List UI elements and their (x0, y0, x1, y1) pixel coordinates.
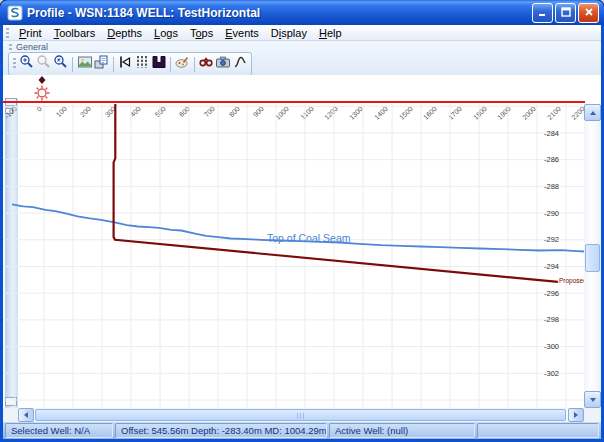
arrow-right-icon (574, 412, 578, 418)
menu-bar: PrintToolbarsDepthsLogsTopsEventsDisplay… (3, 25, 601, 41)
toolbar-band-caption: General (6, 42, 48, 52)
y-tick-label: -286 (544, 155, 559, 164)
general-toolbar (8, 52, 252, 76)
y-tick-label: -288 (544, 182, 559, 191)
menu-item-print[interactable]: Print (13, 26, 48, 40)
menu-item-events[interactable]: Events (219, 26, 265, 40)
y-tick-label: -292 (544, 235, 559, 244)
menu-item-help[interactable]: Help (313, 26, 348, 40)
toolbar-area: General (3, 41, 601, 76)
palette-icon (174, 54, 190, 74)
title-bar: Profile - WSN:1184 WELL: TestHorizontal (0, 0, 604, 25)
zoom-out-button[interactable] (52, 54, 69, 74)
status-empty-panel (477, 423, 599, 438)
series-top-of-coal-seam (12, 204, 585, 251)
magnifier-plus-icon (19, 54, 35, 74)
menu-items: PrintToolbarsDepthsLogsTopsEventsDisplay… (13, 27, 348, 39)
toolbar-caption: General (16, 42, 48, 52)
find-button[interactable] (198, 54, 215, 74)
scroll-right-button[interactable] (568, 408, 584, 422)
menu-item-logs[interactable]: Logs (148, 26, 184, 40)
coal-seam-icon (151, 54, 167, 74)
minimize-button[interactable] (532, 3, 553, 23)
band-grip-icon (9, 44, 12, 51)
window-title: Profile - WSN:1184 WELL: TestHorizontal (27, 6, 530, 20)
depth-marker-button[interactable] (117, 54, 134, 74)
status-cursor-position: Offset: 545.56m Depth: -283.40m MD: 1004… (115, 423, 327, 438)
snapshot-button[interactable] (215, 54, 232, 74)
scroll-left-button[interactable] (18, 408, 34, 422)
curve-button[interactable] (231, 54, 248, 74)
offset-ruler-line (3, 101, 585, 103)
scrollbar-left-corner (3, 408, 18, 422)
menu-item-depths[interactable]: Depths (101, 26, 148, 40)
menu-grip-icon (6, 28, 9, 38)
app-window: Profile - WSN:1184 WELL: TestHorizontal … (0, 0, 604, 442)
status-selected-well: Selected Well: N/A (5, 423, 113, 438)
arrow-up-icon (590, 111, 596, 115)
arrow-left-icon (24, 412, 28, 418)
y-tick-label: -294 (544, 262, 559, 271)
horizontal-scrollbar[interactable] (18, 408, 584, 422)
copy-image-button[interactable] (93, 54, 110, 74)
magnifier-x-icon (53, 54, 69, 74)
image-icon (77, 54, 93, 74)
toolbar-separator (170, 57, 171, 72)
toolbar-separator (194, 57, 195, 72)
scrollbar-corner (584, 408, 601, 422)
depth-marker-icon (117, 54, 133, 74)
proposed-well-label: Proposed (559, 277, 587, 284)
curve-icon (232, 54, 248, 74)
toolbar-separator (113, 57, 114, 72)
y-tick-label: -300 (544, 342, 559, 351)
menu-item-display[interactable]: Display (265, 26, 313, 40)
y-tick-label: -302 (544, 369, 559, 378)
y-tick-label: -296 (544, 289, 559, 298)
copy-image-icon (93, 54, 109, 74)
maximize-icon (560, 4, 572, 22)
magnifier-icon (36, 54, 52, 74)
menu-item-toolbars[interactable]: Toolbars (48, 26, 102, 40)
y-tick-label: -290 (544, 209, 559, 218)
zoom-previous-button[interactable] (36, 54, 53, 74)
toolbar-separator (72, 57, 73, 72)
minimize-icon (537, 4, 549, 22)
coal-seam-button[interactable] (150, 54, 167, 74)
y-tick-label: -298 (544, 315, 559, 324)
series-proposed (114, 104, 558, 282)
zoom-in-button[interactable] (19, 54, 36, 74)
menu-item-tops[interactable]: Tops (184, 26, 219, 40)
y-tick-label: -284 (544, 129, 559, 138)
profile-plot[interactable]: -284-286-288-290-292-294-296-298-300-302 (3, 104, 585, 408)
camera-icon (215, 54, 231, 74)
close-button[interactable] (578, 3, 599, 23)
vertical-scroll-thumb[interactable] (585, 244, 600, 272)
maximize-button[interactable] (555, 3, 576, 23)
palette-button[interactable] (174, 54, 191, 74)
image-button[interactable] (76, 54, 93, 74)
arrow-down-icon (590, 398, 596, 402)
status-bar: Selected Well: N/A Offset: 545.56m Depth… (3, 422, 601, 439)
vertical-scrollbar[interactable] (584, 104, 601, 408)
toolbar-grip-icon (13, 58, 16, 70)
binoculars-icon (198, 54, 214, 74)
coal-seam-label: Top of Coal Seam (267, 232, 350, 244)
scroll-down-button[interactable] (584, 391, 601, 408)
horizontal-scroll-thumb[interactable] (35, 409, 566, 421)
status-active-well: Active Well: (null) (329, 423, 475, 438)
close-icon (583, 4, 595, 22)
log-tracks-button[interactable] (133, 54, 150, 74)
profile-chart[interactable]: -100010020030040050060070080090010001100… (3, 75, 601, 408)
log-tracks-icon (134, 54, 150, 74)
app-icon (7, 5, 23, 21)
scroll-up-button[interactable] (584, 104, 601, 121)
